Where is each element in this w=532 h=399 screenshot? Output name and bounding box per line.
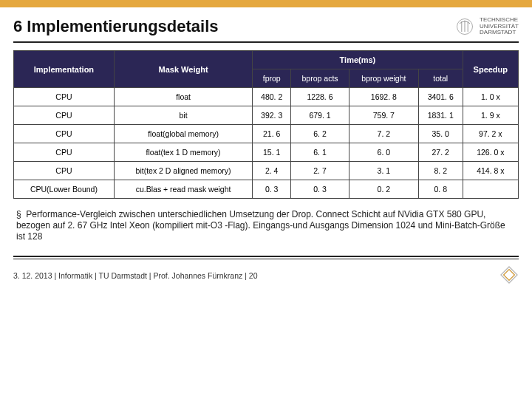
table-row: CPUbit(tex 2 D aligned memory)2. 42. 73.… [14, 162, 519, 180]
table-row: CPU(Lower Bound)cu.Blas + read mask weig… [14, 180, 519, 199]
col-fprop: fprop [253, 69, 291, 88]
table-cell: bit [114, 106, 252, 125]
table-cell: 0. 8 [418, 180, 463, 199]
col-time: Time(ms) [253, 51, 463, 69]
table-header-row-1: Implementation Mask Weight Time(ms) Spee… [14, 51, 519, 69]
table-cell: 0. 3 [291, 180, 349, 199]
table-cell: CPU [14, 162, 115, 180]
description-paragraph: § Performance-Vergleich zwischen untersc… [0, 205, 532, 251]
table-cell: 2. 4 [253, 162, 291, 180]
table-cell: float(tex 1 D memory) [114, 143, 252, 162]
table-cell: 414. 8 x [463, 162, 518, 180]
table-row: CPUfloat(global memory)21. 66. 27. 235. … [14, 125, 519, 143]
athena-icon [454, 16, 475, 37]
table-cell: 1. 9 x [463, 106, 518, 125]
description-text: Performance-Vergleich zwischen unterschi… [16, 209, 505, 242]
table-cell: 3. 1 [349, 162, 418, 180]
university-logo: TECHNISCHE UNIVERSITÄT DARMSTADT [454, 16, 519, 37]
table-cell: 759. 7 [349, 106, 418, 125]
table-cell: 15. 1 [253, 143, 291, 162]
table-cell: 679. 1 [291, 106, 349, 125]
table-cell: cu.Blas + read mask weight [114, 180, 252, 199]
table-cell: 7. 2 [349, 125, 418, 143]
table-cell [463, 180, 518, 199]
table-body: CPUfloat480. 21228. 61692. 83401. 61. 0 … [14, 88, 519, 199]
table-cell: 27. 2 [418, 143, 463, 162]
performance-table: Implementation Mask Weight Time(ms) Spee… [13, 50, 519, 199]
table-cell: 1831. 1 [418, 106, 463, 125]
table-cell: CPU(Lower Bound) [14, 180, 115, 199]
table-container: Implementation Mask Weight Time(ms) Spee… [0, 43, 532, 205]
col-implementation: Implementation [14, 51, 115, 88]
table-cell: CPU [14, 106, 115, 125]
table-cell: bit(tex 2 D aligned memory) [114, 162, 252, 180]
table-cell: 2. 7 [291, 162, 349, 180]
page-title: 6 Implementierungsdetails [13, 17, 219, 36]
table-cell: CPU [14, 88, 115, 106]
table-cell: 392. 3 [253, 106, 291, 125]
logo-text: TECHNISCHE UNIVERSITÄT DARMSTADT [480, 17, 519, 36]
table-cell: float [114, 88, 252, 106]
table-cell: 480. 2 [253, 88, 291, 106]
diamond-icon [499, 265, 519, 284]
table-cell: 1692. 8 [349, 88, 418, 106]
table-cell: 97. 2 x [463, 125, 518, 143]
col-mask-weight: Mask Weight [114, 51, 252, 88]
accent-bar [0, 0, 532, 7]
table-cell: CPU [14, 143, 115, 162]
table-cell: 126. 0 x [463, 143, 518, 162]
col-bprop-acts: bprop acts [291, 69, 349, 88]
header-row: 6 Implementierungsdetails TECHNISCHE UNI… [0, 7, 532, 41]
table-cell: 1. 0 x [463, 88, 518, 106]
col-bprop-weight: bprop weight [349, 69, 418, 88]
table-cell: 35. 0 [418, 125, 463, 143]
table-cell: CPU [14, 125, 115, 143]
footer-logo [499, 265, 519, 286]
table-cell: 8. 2 [418, 162, 463, 180]
table-cell: 0. 3 [253, 180, 291, 199]
table-cell: 1228. 6 [291, 88, 349, 106]
col-speedup: Speedup [463, 51, 518, 88]
table-cell: 6. 2 [291, 125, 349, 143]
footer-rule-top [13, 256, 519, 257]
table-cell: 3401. 6 [418, 88, 463, 106]
footer: 3. 12. 2013 | Informatik | TU Darmstadt … [0, 259, 532, 286]
table-cell: 6. 1 [291, 143, 349, 162]
table-row: CPUfloat(tex 1 D memory)15. 16. 16. 027.… [14, 143, 519, 162]
table-row: CPUfloat480. 21228. 61692. 83401. 61. 0 … [14, 88, 519, 106]
bullet-icon: § [16, 209, 24, 220]
table-cell: 6. 0 [349, 143, 418, 162]
table-cell: 0. 2 [349, 180, 418, 199]
table-row: CPUbit392. 3679. 1759. 71831. 11. 9 x [14, 106, 519, 125]
table-cell: 21. 6 [253, 125, 291, 143]
col-total: total [418, 69, 463, 88]
footer-text: 3. 12. 2013 | Informatik | TU Darmstadt … [13, 271, 258, 280]
table-cell: float(global memory) [114, 125, 252, 143]
